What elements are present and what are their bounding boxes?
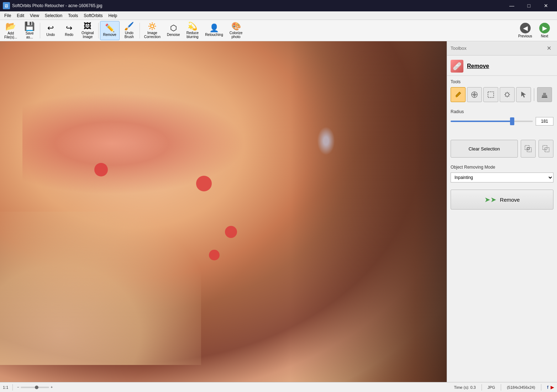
main-content: Toolbox ✕ 🩹 Remove Tools [0, 41, 557, 382]
stamp-tool-button[interactable] [537, 87, 552, 102]
remove-section-header: 🩹 Remove [447, 55, 557, 76]
red-dot-1 [94, 163, 108, 176]
tools-separator [534, 88, 534, 101]
rect-select-tool-button[interactable] [483, 87, 498, 102]
save-icon: 💾 [24, 22, 35, 31]
clear-section: Clear Selection [447, 136, 557, 161]
prev-arrow-icon: ◀ [520, 23, 531, 33]
main-image [0, 41, 447, 382]
eraser-tool-button[interactable] [467, 87, 482, 102]
remove-button[interactable]: ✏️ Remove [100, 21, 120, 40]
retouching-label: Retouching [205, 33, 223, 37]
zoom-max-icon: + [51, 385, 53, 389]
facebook-icon[interactable]: f [547, 385, 548, 390]
select-add-button[interactable] [521, 140, 536, 158]
red-dot-2 [196, 176, 212, 191]
retouching-button[interactable]: 👤 Retouching [202, 21, 226, 40]
remove-action-arrow-icon: ➤➤ [484, 195, 496, 204]
image-correction-label: Image Correction [144, 31, 161, 39]
maximize-button[interactable]: □ [521, 0, 537, 11]
add-file-label: Add File(s)... [4, 31, 17, 39]
menu-edit[interactable]: Edit [14, 12, 27, 20]
redo-button[interactable]: ↪ Redo [60, 21, 78, 40]
rect-select-icon [487, 91, 495, 99]
zoom-level-label: 1:1 [3, 385, 8, 390]
menu-softorbits[interactable]: SoftOrbits [81, 12, 105, 20]
eraser-tool-icon [471, 91, 478, 99]
menu-bar: File Edit View Selection Tools SoftOrbit… [0, 11, 557, 20]
clear-selection-button[interactable]: Clear Selection [451, 140, 518, 158]
radius-slider-container[interactable] [451, 121, 533, 122]
red-dot-3 [225, 226, 237, 238]
sep2 [98, 23, 99, 38]
undo-brush-label: Undo Brush [125, 31, 134, 39]
window-controls: — □ ✕ [504, 0, 554, 11]
brush-tool-button[interactable] [451, 87, 466, 102]
radius-slider-thumb[interactable] [510, 117, 514, 125]
undo-button[interactable]: ↩ Undo [42, 21, 59, 40]
colorize-photo-icon: 🎨 [231, 22, 241, 30]
denoise-button[interactable]: ⬡ Denoise [164, 21, 183, 40]
mode-label: Object Removing Mode [451, 165, 553, 170]
sep3 [140, 23, 140, 38]
next-button[interactable]: ▶ Next [536, 21, 553, 39]
previous-button[interactable]: ◀ Previous [515, 21, 535, 39]
zoom-slider-area[interactable]: − + [17, 385, 53, 389]
menu-tools[interactable]: Tools [65, 12, 81, 20]
minimize-button[interactable]: — [504, 0, 520, 11]
menu-help[interactable]: Help [106, 12, 120, 20]
toolbox-panel: Toolbox ✕ 🩹 Remove Tools [447, 41, 557, 382]
pointer-tool-button[interactable] [516, 87, 531, 102]
undo-brush-button[interactable]: 🖌️ Undo Brush [120, 21, 138, 40]
reduce-blurring-icon: 💫 [188, 22, 197, 30]
magic-wand-icon [503, 91, 511, 99]
radius-label: Radius [451, 109, 553, 114]
mode-section: Object Removing Mode Inpainting Content-… [447, 161, 557, 186]
status-right: Time (s): 0.3 JPG (5184x3456x24) f ▶ [454, 384, 554, 391]
reduce-blurring-label: Reduce blurring [186, 31, 199, 39]
status-sep-2 [482, 384, 482, 391]
select-remove-icon [542, 145, 550, 153]
radius-row [451, 117, 553, 126]
colorize-photo-button[interactable]: 🎨 Colorize photo [227, 21, 246, 40]
menu-view[interactable]: View [27, 12, 42, 20]
nav-buttons: ◀ Previous ▶ Next [515, 21, 556, 39]
image-area[interactable] [0, 41, 447, 382]
select-remove-button[interactable] [538, 140, 553, 158]
zoom-thumb [35, 386, 38, 389]
add-file-icon: 📂 [5, 22, 16, 31]
previous-label: Previous [518, 34, 532, 38]
svg-line-12 [505, 93, 506, 94]
svg-rect-18 [542, 97, 547, 98]
zoom-min-icon: − [17, 385, 19, 389]
zoom-slider[interactable] [21, 387, 49, 388]
colorize-photo-label: Colorize photo [230, 31, 243, 39]
image-correction-button[interactable]: 🔅 Image Correction [141, 21, 163, 40]
youtube-icon[interactable]: ▶ [551, 385, 554, 390]
select-add-icon [524, 145, 532, 153]
menu-selection[interactable]: Selection [42, 12, 65, 20]
save-label: Save as... [26, 31, 34, 39]
next-arrow-icon: ▶ [539, 23, 550, 33]
brush-tool-icon [454, 91, 462, 99]
reduce-blurring-button[interactable]: 💫 Reduce blurring [184, 21, 201, 40]
close-button[interactable]: ✕ [538, 0, 554, 11]
radius-slider-fill [451, 121, 512, 122]
toolbox-close-button[interactable]: ✕ [545, 44, 553, 52]
remove-action-button[interactable]: ➤➤ Remove [451, 190, 553, 210]
next-label: Next [541, 34, 548, 38]
add-file-button[interactable]: 📂 Add File(s)... [1, 21, 20, 40]
redo-label: Redo [65, 33, 73, 37]
spacer [447, 129, 557, 136]
social-icons: f ▶ [547, 385, 554, 390]
toolbar: 📂 Add File(s)... 💾 Save as... ↩ Undo ↪ R… [0, 20, 557, 41]
image-correction-icon: 🔅 [147, 22, 157, 30]
undo-label: Undo [46, 33, 55, 37]
save-as-button[interactable]: 💾 Save as... [21, 21, 38, 40]
tools-row [451, 87, 553, 102]
magic-wand-tool-button[interactable] [500, 87, 515, 102]
original-image-button[interactable]: 🖼 Original Image [79, 21, 96, 40]
menu-file[interactable]: File [1, 12, 14, 20]
radius-input[interactable] [536, 117, 553, 126]
mode-select[interactable]: Inpainting Content-Aware Fill Clone [451, 173, 553, 182]
